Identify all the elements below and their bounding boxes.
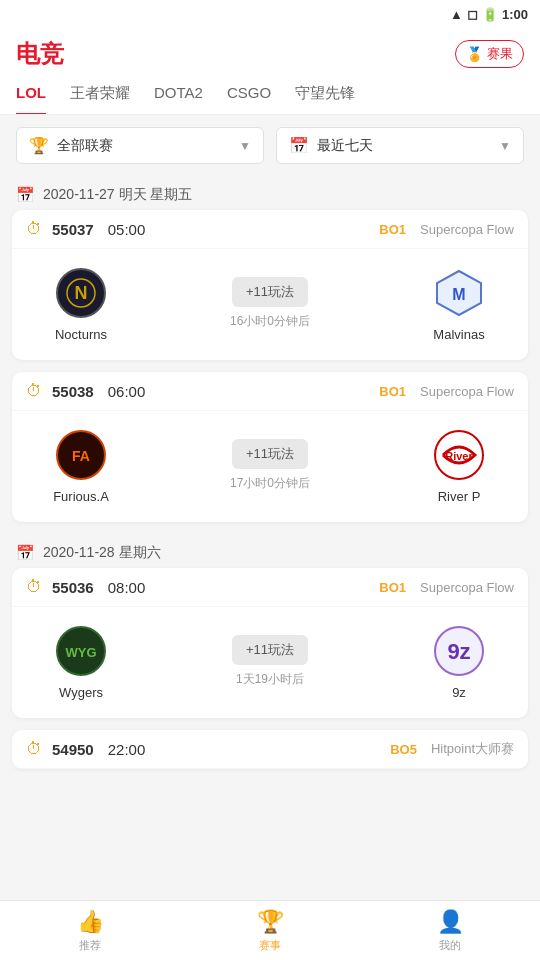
svg-text:FA: FA — [72, 448, 90, 464]
time-hint-55038: 17小时0分钟后 — [230, 475, 310, 492]
date-filter-arrow: ▼ — [499, 139, 511, 153]
team-b-55038: River River P — [404, 427, 514, 504]
team-name-9z: 9z — [452, 685, 466, 700]
bo-badge-55037: BO1 — [379, 222, 406, 237]
match-id-55038: 55038 — [52, 383, 94, 400]
signal-icon: ◻ — [467, 7, 478, 22]
status-bar: ▲ ◻ 🔋 1:00 — [0, 0, 540, 28]
card-header-54950: ⏱ 54950 22:00 BO5 Hitpoint大师赛 — [12, 730, 528, 769]
team-name-river: River P — [438, 489, 481, 504]
calendar-icon-2: 📅 — [16, 544, 35, 562]
events-icon: 🏆 — [257, 909, 284, 935]
live-icon-55037: ⏱ — [26, 220, 42, 238]
card-header-55036: ⏱ 55036 08:00 BO1 Supercopa Flow — [12, 568, 528, 607]
team-logo-9z: 9z — [431, 623, 487, 679]
team-a-55038: FA Furious.A — [26, 427, 136, 504]
live-icon-55038: ⏱ — [26, 382, 42, 400]
nav-events[interactable]: 🏆 赛事 — [180, 909, 360, 953]
match-card-55038: ⏱ 55038 06:00 BO1 Supercopa Flow FA Furi… — [12, 372, 528, 522]
battery-icon: 🔋 — [482, 7, 498, 22]
play-btn-55037[interactable]: +11玩法 — [232, 277, 308, 307]
team-name-furious: Furious.A — [53, 489, 109, 504]
league-55038: Supercopa Flow — [420, 384, 514, 399]
date-label-2: 2020-11-28 星期六 — [43, 544, 161, 562]
team-a-55036: WYG Wygers — [26, 623, 136, 700]
bottom-nav: 👍 推荐 🏆 赛事 👤 我的 — [0, 900, 540, 960]
svg-text:M: M — [452, 286, 465, 303]
recommend-label: 推荐 — [79, 938, 101, 953]
card-header-55038: ⏱ 55038 06:00 BO1 Supercopa Flow — [12, 372, 528, 411]
card-header-55037: ⏱ 55037 05:00 BO1 Supercopa Flow — [12, 210, 528, 249]
team-b-55037: M Malvinas — [404, 265, 514, 342]
match-time-54950: 22:00 — [108, 741, 146, 758]
tab-overwatch[interactable]: 守望先锋 — [295, 78, 355, 115]
bo-badge-54950: BO5 — [390, 742, 417, 757]
center-info-55038: +11玩法 17小时0分钟后 — [146, 439, 394, 492]
match-time-55036: 08:00 — [108, 579, 146, 596]
play-btn-55036[interactable]: +11玩法 — [232, 635, 308, 665]
live-icon-55036: ⏱ — [26, 578, 42, 596]
match-time-55038: 06:00 — [108, 383, 146, 400]
date-section-1: 📅 2020-11-27 明天 星期五 — [0, 176, 540, 210]
tab-csgo[interactable]: CSGO — [227, 78, 271, 115]
result-label: 赛果 — [487, 45, 513, 63]
svg-text:WYG: WYG — [65, 645, 96, 660]
profile-icon: 👤 — [437, 909, 464, 935]
wifi-icon: ▲ — [450, 7, 463, 22]
teams-row-55037: N Nocturns +11玩法 16小时0分钟后 M Malvinas — [12, 249, 528, 360]
trophy-icon: 🏅 — [466, 46, 483, 62]
svg-text:N: N — [75, 283, 88, 303]
svg-text:9z: 9z — [447, 639, 470, 664]
date-filter-label: 最近七天 — [317, 137, 491, 155]
league-55036: Supercopa Flow — [420, 580, 514, 595]
league-55037: Supercopa Flow — [420, 222, 514, 237]
league-54950: Hitpoint大师赛 — [431, 740, 514, 758]
match-card-54950: ⏱ 54950 22:00 BO5 Hitpoint大师赛 — [12, 730, 528, 769]
team-name-nocturns: Nocturns — [55, 327, 107, 342]
play-btn-55038[interactable]: +11玩法 — [232, 439, 308, 469]
status-time: 1:00 — [502, 7, 528, 22]
svg-text:River: River — [445, 450, 473, 462]
match-id-55037: 55037 — [52, 221, 94, 238]
team-logo-river: River — [431, 427, 487, 483]
bo-badge-55038: BO1 — [379, 384, 406, 399]
center-info-55036: +11玩法 1天19小时后 — [146, 635, 394, 688]
center-info-55037: +11玩法 16小时0分钟后 — [146, 277, 394, 330]
calendar-icon-1: 📅 — [16, 186, 35, 204]
team-b-55036: 9z 9z — [404, 623, 514, 700]
nav-profile[interactable]: 👤 我的 — [360, 909, 540, 953]
league-filter-label: 全部联赛 — [57, 137, 231, 155]
league-filter-arrow: ▼ — [239, 139, 251, 153]
date-filter[interactable]: 📅 最近七天 ▼ — [276, 127, 524, 164]
app-header: 电竞 🏅 赛果 — [0, 28, 540, 70]
bo-badge-55036: BO1 — [379, 580, 406, 595]
nav-recommend[interactable]: 👍 推荐 — [0, 909, 180, 953]
match-card-55037: ⏱ 55037 05:00 BO1 Supercopa Flow N Noctu… — [12, 210, 528, 360]
league-filter[interactable]: 🏆 全部联赛 ▼ — [16, 127, 264, 164]
date-section-2: 📅 2020-11-28 星期六 — [0, 534, 540, 568]
nav-tabs: LOL 王者荣耀 DOTA2 CSGO 守望先锋 — [0, 70, 540, 115]
tab-lol[interactable]: LOL — [16, 78, 46, 115]
match-id-55036: 55036 — [52, 579, 94, 596]
teams-row-55038: FA Furious.A +11玩法 17小时0分钟后 River River … — [12, 411, 528, 522]
date-label-1: 2020-11-27 明天 星期五 — [43, 186, 192, 204]
result-button[interactable]: 🏅 赛果 — [455, 40, 524, 68]
profile-label: 我的 — [439, 938, 461, 953]
time-hint-55037: 16小时0分钟后 — [230, 313, 310, 330]
status-icons: ▲ ◻ 🔋 1:00 — [450, 7, 528, 22]
team-name-malvinas: Malvinas — [433, 327, 484, 342]
live-icon-54950: ⏱ — [26, 740, 42, 758]
match-time-55037: 05:00 — [108, 221, 146, 238]
filters: 🏆 全部联赛 ▼ 📅 最近七天 ▼ — [0, 115, 540, 176]
match-id-54950: 54950 — [52, 741, 94, 758]
events-label: 赛事 — [259, 938, 281, 953]
tab-dota2[interactable]: DOTA2 — [154, 78, 203, 115]
scroll-area: 📅 2020-11-27 明天 星期五 ⏱ 55037 05:00 BO1 Su… — [0, 176, 540, 839]
tab-wangzhe[interactable]: 王者荣耀 — [70, 78, 130, 115]
team-name-wygers: Wygers — [59, 685, 103, 700]
team-logo-wygers: WYG — [53, 623, 109, 679]
app-title: 电竞 — [16, 38, 64, 70]
team-logo-nocturns: N — [53, 265, 109, 321]
recommend-icon: 👍 — [77, 909, 104, 935]
time-hint-55036: 1天19小时后 — [236, 671, 304, 688]
